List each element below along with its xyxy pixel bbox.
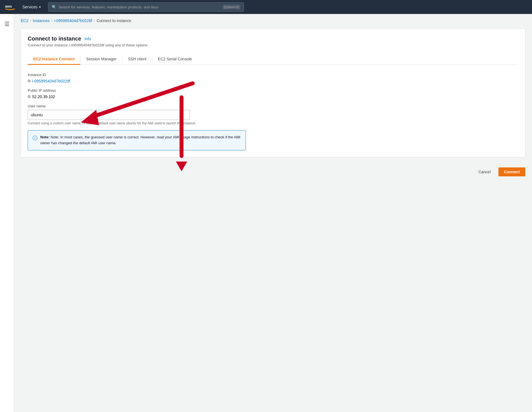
info-link[interactable]: Info	[84, 37, 91, 41]
username-input[interactable]	[28, 110, 190, 120]
note-info-icon: ⓘ	[32, 135, 37, 141]
breadcrumb: EC2 › Instances › i-095995404d7b0228f › …	[21, 18, 525, 23]
breadcrumb-instance-id[interactable]: i-095995404d7b0228f	[54, 18, 92, 23]
breadcrumb-current: Connect to instance	[96, 18, 131, 23]
search-bar[interactable]: 🔍 [Option+S]	[48, 2, 244, 12]
breadcrumb-sep-3: ›	[94, 19, 95, 23]
public-ip-value: 52.20.39.102	[32, 94, 55, 99]
sidebar: ☰	[0, 14, 14, 412]
services-menu-button[interactable]: Services ▼	[20, 3, 44, 11]
username-label: User name	[28, 104, 518, 108]
instance-id-value: ⧉ i-095995404d7b0228f	[28, 79, 518, 83]
username-field-group: User name Connect using a custom user na…	[28, 104, 518, 125]
note-text: Note: Note: In most cases, the guessed u…	[40, 134, 241, 146]
note-info-box: ⓘ Note: Note: In most cases, the guessed…	[28, 130, 246, 150]
username-hint: Connect using a custom user name, or use…	[28, 121, 518, 125]
breadcrumb-sep-2: ›	[51, 19, 52, 23]
search-shortcut: [Option+S]	[223, 5, 240, 9]
tab-session-manager[interactable]: Session Manager	[81, 54, 122, 65]
copy-ip-icon[interactable]: ⧉	[28, 94, 30, 99]
breadcrumb-ec2[interactable]: EC2	[21, 18, 28, 23]
breadcrumb-instances[interactable]: Instances	[33, 18, 50, 23]
top-navigation: aws Services ▼ 🔍 [Option+S]	[0, 0, 532, 14]
card-title: Connect to instance	[28, 35, 81, 42]
tab-ec2-instance-connect[interactable]: EC2 Instance Connect	[28, 54, 80, 65]
card-header: Connect to instance Info	[28, 35, 518, 42]
connection-tabs: EC2 Instance Connect Session Manager SSH…	[28, 54, 518, 65]
search-input[interactable]	[59, 5, 221, 9]
public-ip-label: Public IP address	[28, 88, 518, 93]
breadcrumb-sep-1: ›	[30, 19, 31, 23]
action-bar: Cancel Connect	[21, 163, 525, 179]
search-icon: 🔍	[52, 5, 57, 9]
connect-to-instance-card: Connect to instance Info Connect to your…	[21, 29, 525, 157]
main-content: EC2 › Instances › i-095995404d7b0228f › …	[14, 14, 532, 412]
hamburger-icon[interactable]: ☰	[2, 18, 12, 30]
card-subtitle: Connect to your instance i-095995404d7b0…	[28, 43, 518, 47]
tab-ssh-client[interactable]: SSH client	[123, 54, 152, 65]
public-ip-field: Public IP address ⧉ 52.20.39.102	[28, 88, 518, 99]
copy-instance-id-icon[interactable]: ⧉	[28, 79, 30, 83]
svg-text:aws: aws	[5, 4, 12, 8]
connect-button[interactable]: Connect	[498, 167, 525, 176]
public-ip-value-row: ⧉ 52.20.39.102	[28, 94, 518, 99]
aws-logo[interactable]: aws	[4, 3, 16, 11]
instance-id-label: Instance ID	[28, 73, 518, 77]
instance-id-link[interactable]: i-095995404d7b0228f	[32, 79, 70, 83]
instance-id-field: Instance ID ⧉ i-095995404d7b0228f	[28, 73, 518, 83]
cancel-button[interactable]: Cancel	[474, 167, 495, 176]
tab-ec2-serial-console[interactable]: EC2 Serial Console	[152, 54, 197, 65]
